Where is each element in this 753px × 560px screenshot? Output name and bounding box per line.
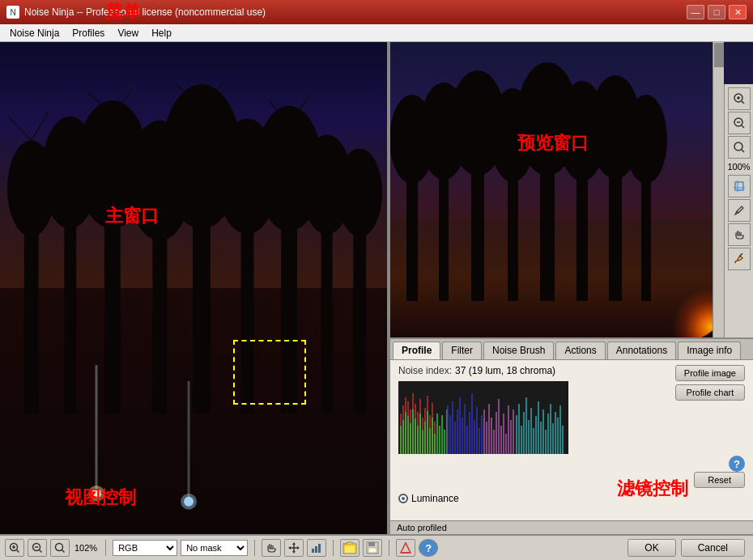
svg-rect-95 bbox=[441, 415, 443, 454]
svg-rect-92 bbox=[434, 434, 436, 454]
hand-icon[interactable] bbox=[728, 223, 751, 246]
help-bottom-button[interactable]: ? bbox=[419, 539, 438, 557]
svg-rect-84 bbox=[415, 418, 416, 454]
svg-marker-160 bbox=[297, 546, 300, 549]
svg-rect-142 bbox=[555, 412, 556, 454]
tab-actions[interactable]: Actions bbox=[555, 342, 605, 359]
right-toolbar: 100% bbox=[724, 84, 753, 337]
fit-button[interactable] bbox=[728, 136, 751, 159]
noise-ninja-icon[interactable] bbox=[396, 539, 415, 557]
zoom-out-bottom-button[interactable] bbox=[28, 539, 47, 557]
tab-noise-brush[interactable]: Noise Brush bbox=[483, 342, 554, 359]
profile-image-button[interactable]: Profile image bbox=[675, 365, 745, 381]
menu-view[interactable]: View bbox=[111, 26, 145, 40]
separator-1 bbox=[105, 540, 106, 556]
ok-cancel-area: OK Cancel bbox=[628, 539, 745, 557]
svg-rect-115 bbox=[488, 404, 490, 454]
color-mode-select[interactable]: RGB Luminance Chroma bbox=[113, 540, 177, 556]
brush-icon[interactable] bbox=[728, 248, 751, 270]
svg-rect-162 bbox=[315, 546, 317, 553]
profile-chart-button[interactable]: Profile chart bbox=[675, 384, 745, 401]
svg-rect-96 bbox=[444, 430, 445, 454]
histogram-bottom-button[interactable] bbox=[307, 539, 326, 557]
preview-scrollbar[interactable] bbox=[713, 42, 724, 337]
svg-rect-85 bbox=[417, 426, 419, 454]
svg-marker-158 bbox=[292, 551, 296, 554]
tab-profile[interactable]: Profile bbox=[393, 342, 440, 359]
main-window-annotation: 主窗口 bbox=[105, 204, 159, 228]
menu-noise-ninja[interactable]: Noise Ninja bbox=[3, 26, 66, 40]
svg-rect-91 bbox=[432, 418, 433, 454]
zoom-in-bottom-button[interactable] bbox=[5, 539, 24, 557]
tab-annotations[interactable]: Annotations bbox=[607, 342, 676, 359]
title-bar-controls[interactable]: — □ ✕ bbox=[687, 5, 747, 19]
zoom-fit-bottom-button[interactable] bbox=[50, 539, 70, 557]
svg-rect-102 bbox=[457, 409, 458, 454]
svg-rect-109 bbox=[474, 420, 475, 454]
save-button[interactable] bbox=[363, 539, 382, 557]
svg-rect-89 bbox=[427, 411, 428, 454]
view-control-annotation: 视图控制 bbox=[65, 486, 136, 510]
reset-button[interactable]: Reset bbox=[694, 472, 745, 488]
svg-rect-108 bbox=[471, 393, 473, 454]
svg-line-18 bbox=[8, 117, 32, 141]
crop-icon[interactable] bbox=[728, 175, 751, 197]
zoom-out-button[interactable] bbox=[728, 112, 751, 134]
svg-rect-90 bbox=[429, 428, 431, 454]
preview-image: 预览窗口 bbox=[390, 42, 753, 337]
preview-trees bbox=[390, 42, 753, 337]
noise-index-label: Noise index: bbox=[398, 365, 452, 376]
svg-point-31 bbox=[181, 494, 197, 510]
filter-annotation: 滤镜控制 bbox=[617, 477, 688, 501]
svg-rect-132 bbox=[530, 408, 532, 454]
tab-filter[interactable]: Filter bbox=[442, 342, 482, 359]
control-panel: Profile Filter Noise Brush Actions Annot… bbox=[390, 337, 753, 534]
svg-rect-161 bbox=[312, 549, 314, 553]
svg-rect-129 bbox=[523, 412, 525, 454]
mask-select[interactable]: No mask Show mask bbox=[181, 540, 248, 556]
svg-line-19 bbox=[32, 112, 49, 141]
svg-rect-81 bbox=[407, 416, 409, 454]
svg-rect-120 bbox=[500, 426, 502, 454]
maximize-button[interactable]: □ bbox=[708, 5, 725, 19]
hand-bottom-button[interactable] bbox=[262, 539, 281, 557]
separator-4 bbox=[389, 540, 389, 556]
svg-rect-110 bbox=[476, 407, 478, 454]
zoom-label: 100% bbox=[727, 162, 750, 172]
svg-rect-128 bbox=[521, 426, 522, 454]
open-button[interactable] bbox=[340, 539, 359, 557]
svg-rect-145 bbox=[562, 426, 564, 454]
svg-rect-106 bbox=[466, 426, 468, 454]
luminance-radio[interactable] bbox=[398, 494, 408, 503]
minimize-button[interactable]: — bbox=[687, 5, 704, 19]
svg-rect-99 bbox=[449, 415, 451, 454]
svg-rect-143 bbox=[557, 418, 559, 454]
svg-rect-87 bbox=[422, 430, 423, 454]
help-icon[interactable]: ? bbox=[729, 456, 745, 472]
scrollbar-thumb[interactable] bbox=[714, 43, 724, 67]
ok-button[interactable]: OK bbox=[628, 539, 675, 557]
menu-help[interactable]: Help bbox=[145, 26, 178, 40]
cancel-button[interactable]: Cancel bbox=[681, 539, 745, 557]
zoom-in-button[interactable] bbox=[728, 87, 751, 110]
close-button[interactable]: ✕ bbox=[729, 5, 747, 19]
selection-box bbox=[233, 340, 306, 405]
svg-rect-131 bbox=[528, 420, 530, 454]
move-bottom-button[interactable] bbox=[284, 539, 304, 557]
svg-rect-107 bbox=[469, 412, 470, 454]
noise-index-value: 37 (19 lum, 18 chroma) bbox=[455, 365, 555, 376]
svg-rect-144 bbox=[559, 405, 561, 454]
window-title: Noise Ninja -- Professional license (non… bbox=[24, 6, 266, 18]
svg-line-61 bbox=[737, 211, 738, 213]
svg-rect-103 bbox=[459, 397, 461, 454]
left-panel[interactable]: 主窗口 视图控制 bbox=[0, 42, 390, 534]
menu-profiles[interactable]: Profiles bbox=[66, 26, 111, 40]
svg-rect-86 bbox=[419, 414, 421, 454]
svg-rect-133 bbox=[533, 428, 534, 454]
svg-rect-137 bbox=[542, 409, 544, 454]
pencil-icon[interactable] bbox=[728, 199, 751, 222]
svg-line-62 bbox=[740, 253, 742, 256]
svg-rect-113 bbox=[483, 409, 485, 454]
tab-image-info[interactable]: Image info bbox=[678, 342, 741, 359]
menu-annotation: 菜单 bbox=[105, 0, 141, 24]
